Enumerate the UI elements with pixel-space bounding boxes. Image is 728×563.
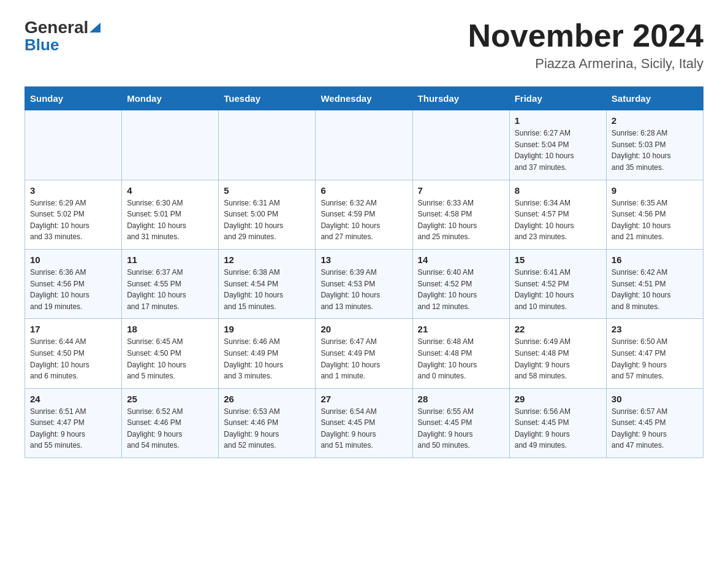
calendar-cell: 14Sunrise: 6:40 AM Sunset: 4:52 PM Dayli… (412, 249, 509, 318)
calendar-cell: 2Sunrise: 6:28 AM Sunset: 5:03 PM Daylig… (606, 110, 703, 180)
day-info: Sunrise: 6:35 AM Sunset: 4:56 PM Dayligh… (612, 197, 698, 243)
day-info: Sunrise: 6:45 AM Sunset: 4:50 PM Dayligh… (127, 336, 213, 381)
calendar-cell: 28Sunrise: 6:55 AM Sunset: 4:45 PM Dayli… (412, 388, 509, 458)
calendar-header: SundayMondayTuesdayWednesdayThursdayFrid… (25, 87, 703, 110)
weekday-header-sunday: Sunday (25, 87, 122, 110)
logo-triangle-icon (89, 20, 100, 33)
day-number: 22 (515, 324, 601, 334)
day-info: Sunrise: 6:37 AM Sunset: 4:55 PM Dayligh… (127, 267, 213, 312)
day-info: Sunrise: 6:39 AM Sunset: 4:53 PM Dayligh… (320, 267, 407, 312)
day-number: 25 (127, 394, 213, 404)
day-number: 19 (224, 324, 310, 334)
day-number: 1 (515, 115, 601, 126)
calendar-cell: 30Sunrise: 6:57 AM Sunset: 4:45 PM Dayli… (606, 388, 703, 458)
day-number: 28 (418, 394, 504, 404)
calendar-cell (316, 110, 412, 180)
calendar-cell: 13Sunrise: 6:39 AM Sunset: 4:53 PM Dayli… (316, 249, 412, 318)
day-number: 20 (320, 324, 407, 334)
calendar-cell: 26Sunrise: 6:53 AM Sunset: 4:46 PM Dayli… (219, 388, 316, 458)
day-info: Sunrise: 6:29 AM Sunset: 5:02 PM Dayligh… (30, 197, 116, 243)
day-number: 8 (515, 185, 601, 196)
weekday-header-row: SundayMondayTuesdayWednesdayThursdayFrid… (25, 87, 703, 110)
day-number: 10 (30, 255, 116, 265)
calendar-cell: 18Sunrise: 6:45 AM Sunset: 4:50 PM Dayli… (122, 319, 219, 388)
weekday-header-thursday: Thursday (412, 87, 509, 110)
day-number: 7 (418, 185, 504, 196)
calendar-cell: 16Sunrise: 6:42 AM Sunset: 4:51 PM Dayli… (606, 249, 703, 318)
calendar-week-row: 17Sunrise: 6:44 AM Sunset: 4:50 PM Dayli… (25, 319, 703, 388)
calendar-cell: 3Sunrise: 6:29 AM Sunset: 5:02 PM Daylig… (25, 180, 122, 249)
calendar-cell: 10Sunrise: 6:36 AM Sunset: 4:56 PM Dayli… (25, 249, 122, 318)
day-number: 13 (320, 255, 407, 265)
calendar-cell: 12Sunrise: 6:38 AM Sunset: 4:54 PM Dayli… (219, 249, 316, 318)
day-number: 15 (515, 255, 601, 265)
day-info: Sunrise: 6:36 AM Sunset: 4:56 PM Dayligh… (30, 267, 116, 312)
calendar-cell: 5Sunrise: 6:31 AM Sunset: 5:00 PM Daylig… (219, 180, 316, 249)
day-info: Sunrise: 6:42 AM Sunset: 4:51 PM Dayligh… (612, 267, 698, 312)
day-info: Sunrise: 6:50 AM Sunset: 4:47 PM Dayligh… (612, 336, 698, 381)
day-info: Sunrise: 6:48 AM Sunset: 4:48 PM Dayligh… (418, 336, 504, 381)
day-number: 14 (418, 255, 504, 265)
day-info: Sunrise: 6:56 AM Sunset: 4:45 PM Dayligh… (515, 406, 601, 451)
calendar-cell (412, 110, 509, 180)
weekday-header-monday: Monday (122, 87, 219, 110)
day-info: Sunrise: 6:46 AM Sunset: 4:49 PM Dayligh… (224, 336, 310, 381)
calendar-cell (122, 110, 219, 180)
day-number: 12 (224, 255, 310, 265)
calendar-cell: 22Sunrise: 6:49 AM Sunset: 4:48 PM Dayli… (509, 319, 606, 388)
day-info: Sunrise: 6:28 AM Sunset: 5:03 PM Dayligh… (612, 128, 698, 173)
day-info: Sunrise: 6:47 AM Sunset: 4:49 PM Dayligh… (320, 336, 407, 381)
calendar-cell: 9Sunrise: 6:35 AM Sunset: 4:56 PM Daylig… (606, 180, 703, 249)
day-info: Sunrise: 6:30 AM Sunset: 5:01 PM Dayligh… (127, 197, 213, 243)
calendar-subtitle: Piazza Armerina, Sicily, Italy (468, 56, 703, 72)
calendar-cell: 24Sunrise: 6:51 AM Sunset: 4:47 PM Dayli… (25, 388, 122, 458)
calendar-cell: 23Sunrise: 6:50 AM Sunset: 4:47 PM Dayli… (606, 319, 703, 388)
weekday-header-saturday: Saturday (606, 87, 703, 110)
calendar-title-block: November 2024 Piazza Armerina, Sicily, I… (468, 18, 703, 72)
day-info: Sunrise: 6:55 AM Sunset: 4:45 PM Dayligh… (418, 406, 504, 451)
weekday-header-tuesday: Tuesday (219, 87, 316, 110)
day-number: 26 (224, 394, 310, 404)
calendar-week-row: 10Sunrise: 6:36 AM Sunset: 4:56 PM Dayli… (25, 249, 703, 318)
day-number: 16 (612, 255, 698, 265)
day-info: Sunrise: 6:53 AM Sunset: 4:46 PM Dayligh… (224, 406, 310, 451)
day-number: 18 (127, 324, 213, 334)
day-number: 27 (320, 394, 407, 404)
calendar-cell: 7Sunrise: 6:33 AM Sunset: 4:58 PM Daylig… (412, 180, 509, 249)
calendar-cell: 21Sunrise: 6:48 AM Sunset: 4:48 PM Dayli… (412, 319, 509, 388)
calendar-title: November 2024 (468, 18, 703, 53)
calendar-cell (25, 110, 122, 180)
day-info: Sunrise: 6:27 AM Sunset: 5:04 PM Dayligh… (515, 128, 601, 173)
day-info: Sunrise: 6:33 AM Sunset: 4:58 PM Dayligh… (418, 197, 504, 243)
calendar-cell (219, 110, 316, 180)
day-info: Sunrise: 6:31 AM Sunset: 5:00 PM Dayligh… (224, 197, 310, 243)
calendar-cell: 1Sunrise: 6:27 AM Sunset: 5:04 PM Daylig… (509, 110, 606, 180)
day-info: Sunrise: 6:41 AM Sunset: 4:52 PM Dayligh… (515, 267, 601, 312)
weekday-header-wednesday: Wednesday (316, 87, 412, 110)
calendar-cell: 11Sunrise: 6:37 AM Sunset: 4:55 PM Dayli… (122, 249, 219, 318)
calendar-table: SundayMondayTuesdayWednesdayThursdayFrid… (25, 86, 703, 458)
day-info: Sunrise: 6:40 AM Sunset: 4:52 PM Dayligh… (418, 267, 504, 312)
calendar-week-row: 1Sunrise: 6:27 AM Sunset: 5:04 PM Daylig… (25, 110, 703, 180)
calendar-cell: 20Sunrise: 6:47 AM Sunset: 4:49 PM Dayli… (316, 319, 412, 388)
calendar-cell: 19Sunrise: 6:46 AM Sunset: 4:49 PM Dayli… (219, 319, 316, 388)
calendar-cell: 17Sunrise: 6:44 AM Sunset: 4:50 PM Dayli… (25, 319, 122, 388)
day-info: Sunrise: 6:38 AM Sunset: 4:54 PM Dayligh… (224, 267, 310, 312)
day-number: 2 (612, 115, 698, 126)
day-info: Sunrise: 6:44 AM Sunset: 4:50 PM Dayligh… (30, 336, 116, 381)
day-info: Sunrise: 6:32 AM Sunset: 4:59 PM Dayligh… (320, 197, 407, 243)
calendar-cell: 27Sunrise: 6:54 AM Sunset: 4:45 PM Dayli… (316, 388, 412, 458)
day-number: 21 (418, 324, 504, 334)
day-number: 30 (612, 394, 698, 404)
logo: General Blue (25, 18, 100, 53)
day-number: 29 (515, 394, 601, 404)
logo-general: General (25, 18, 88, 37)
calendar-cell: 15Sunrise: 6:41 AM Sunset: 4:52 PM Dayli… (509, 249, 606, 318)
calendar-cell: 25Sunrise: 6:52 AM Sunset: 4:46 PM Dayli… (122, 388, 219, 458)
calendar-week-row: 24Sunrise: 6:51 AM Sunset: 4:47 PM Dayli… (25, 388, 703, 458)
calendar-cell: 6Sunrise: 6:32 AM Sunset: 4:59 PM Daylig… (316, 180, 412, 249)
day-number: 11 (127, 255, 213, 265)
calendar-cell: 8Sunrise: 6:34 AM Sunset: 4:57 PM Daylig… (509, 180, 606, 249)
day-number: 5 (224, 185, 310, 196)
day-number: 6 (320, 185, 407, 196)
